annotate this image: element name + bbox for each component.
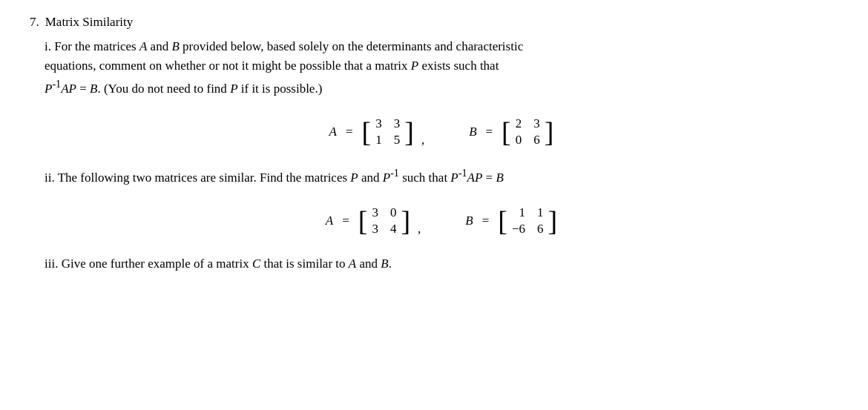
cell-a2-01: 0 (390, 205, 397, 220)
bracket-right-a: ] (404, 118, 414, 146)
part-iii-label: iii. (45, 257, 58, 271)
bracket-right-b2: ] (548, 207, 558, 235)
matrix-a-expr: A = [ 3 3 1 5 ] , (329, 115, 425, 149)
matrix-b2-grid: 1 1 −6 6 (507, 204, 548, 238)
matrix-b-grid: 2 3 0 6 (511, 115, 545, 149)
matrix-a-label: A (329, 125, 337, 139)
part-i-matrices: A = [ 3 3 1 5 ] , B = [ 2 3 (45, 115, 838, 149)
part-ii-text: ii. The following two matrices are simil… (45, 165, 838, 188)
bracket-left-a: [ (362, 118, 372, 146)
matrix-b2-expr: B = [ 1 1 −6 6 ] (465, 204, 557, 238)
matrix-a2-expr: A = [ 3 0 3 4 ] , (326, 204, 421, 238)
cell-a-10: 1 (375, 133, 382, 148)
cell-a-11: 5 (394, 133, 401, 148)
part-i-text: i. For the matrices A and B provided bel… (45, 37, 838, 99)
matrix-b2-bracket: [ 1 1 −6 6 ] (498, 204, 557, 238)
part-iii-text: iii. Give one further example of a matri… (45, 254, 838, 274)
matrix-b-label: B (469, 125, 476, 139)
matrix-a-bracket: [ 3 3 1 5 ] (362, 115, 414, 149)
cell-a2-00: 3 (372, 205, 378, 220)
cell-b-01: 3 (533, 116, 540, 131)
matrix-b-expr: B = [ 2 3 0 6 ] (469, 115, 553, 149)
matrix-a2-bracket: [ 3 0 3 4 ] (358, 204, 410, 238)
bracket-left-b: [ (502, 118, 511, 146)
part-ii-label: ii. (45, 170, 55, 184)
problem-title: Matrix Similarity (45, 15, 134, 30)
bracket-right-a2: ] (401, 207, 410, 235)
part-ii-matrices: A = [ 3 0 3 4 ] , B = [ 1 1 (45, 204, 838, 238)
cell-b-00: 2 (516, 116, 522, 131)
cell-b2-00: 1 (512, 205, 525, 220)
bracket-right-b: ] (545, 118, 554, 146)
cell-a-00: 3 (375, 116, 382, 131)
problem-number: 7. (30, 15, 39, 30)
matrix-b-bracket: [ 2 3 0 6 ] (502, 115, 553, 149)
matrix-a-grid: 3 3 1 5 (371, 115, 404, 149)
cell-a2-11: 4 (390, 222, 397, 237)
cell-b2-10: −6 (512, 222, 525, 237)
part-ii: ii. The following two matrices are simil… (45, 165, 838, 238)
bracket-left-a2: [ (358, 207, 368, 235)
part-i-label: i. (45, 39, 51, 53)
matrix-a2-grid: 3 0 3 4 (367, 204, 401, 238)
cell-a-01: 3 (394, 116, 401, 131)
cell-b-10: 0 (516, 133, 522, 148)
matrix-a2-label: A (326, 214, 333, 228)
part-i: i. For the matrices A and B provided bel… (45, 37, 838, 149)
cell-b-11: 6 (533, 133, 540, 148)
cell-b2-11: 6 (537, 222, 544, 237)
problem-heading: 7. Matrix Similarity (30, 15, 838, 30)
cell-a2-10: 3 (372, 222, 378, 237)
part-iii: iii. Give one further example of a matri… (45, 254, 838, 274)
bracket-left-b2: [ (498, 207, 507, 235)
cell-b2-01: 1 (537, 205, 544, 220)
matrix-b2-label: B (465, 214, 473, 228)
